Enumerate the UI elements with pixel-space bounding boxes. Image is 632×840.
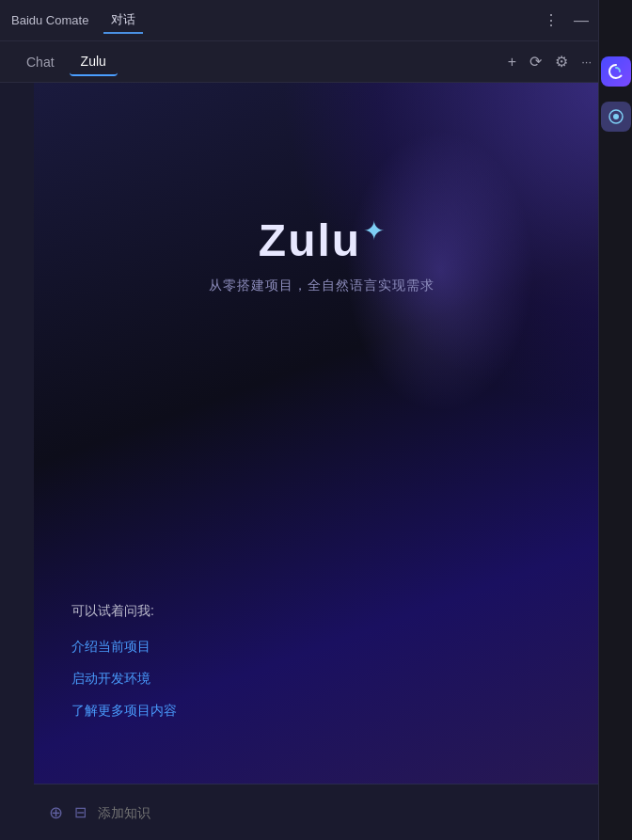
tab-bar: Chat Zulu + ⟳ ⚙ ··· 我	[0, 41, 632, 83]
hero-title-wrap: Zulu ✦	[259, 214, 385, 266]
tabs-container: Chat Zulu	[15, 48, 508, 76]
history-icon[interactable]: ⟳	[529, 53, 542, 71]
title-bar-left: Baidu Comate 对话	[11, 8, 542, 34]
suggestions-section: 可以试着问我: 介绍当前项目 启动开发环境 了解更多项目内容	[71, 603, 177, 735]
add-tab-icon[interactable]: +	[508, 54, 516, 71]
attach-icon[interactable]: ⊟	[74, 803, 87, 821]
tab-chat[interactable]: Chat	[15, 49, 66, 75]
hero-subtitle: 从零搭建项目，全自然语言实现需求	[209, 277, 434, 294]
suggestions-label: 可以试着问我:	[71, 603, 177, 620]
tab-zulu[interactable]: Zulu	[70, 48, 118, 76]
minimize-icon[interactable]: —	[572, 12, 591, 29]
title-active-tab[interactable]: 对话	[103, 8, 143, 34]
more-icon[interactable]: ⋮	[542, 11, 561, 29]
hero-section: Zulu ✦ 从零搭建项目，全自然语言实现需求	[34, 83, 609, 294]
suggestion-item-2[interactable]: 了解更多项目内容	[71, 703, 177, 720]
more-actions[interactable]: ···	[581, 55, 592, 69]
svg-point-1	[613, 114, 619, 119]
input-area: ⊕ ⊟	[34, 784, 609, 840]
main-content: Zulu ✦ 从零搭建项目，全自然语言实现需求 可以试着问我: 介绍当前项目 启…	[34, 83, 609, 829]
hero-sparkle-icon: ✦	[363, 215, 385, 246]
hero-title: Zulu	[259, 214, 361, 266]
suggestion-item-1[interactable]: 启动开发环境	[71, 671, 177, 688]
title-bar: Baidu Comate 对话 ⋮ — 🔔	[0, 0, 632, 41]
settings-icon[interactable]: ⚙	[555, 53, 568, 71]
app-name: Baidu Comate	[11, 13, 88, 27]
add-knowledge-icon[interactable]: ⊕	[49, 802, 63, 823]
suggestion-item-0[interactable]: 介绍当前项目	[71, 639, 177, 656]
chat-input[interactable]	[98, 805, 594, 820]
